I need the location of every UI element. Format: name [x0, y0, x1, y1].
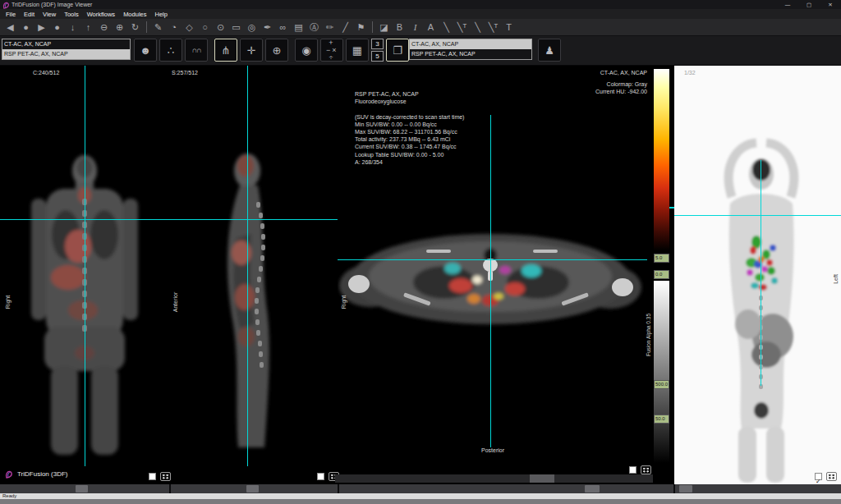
- close-button[interactable]: ✕: [820, 0, 841, 9]
- axial-scrollbar-thumb[interactable]: [530, 474, 554, 483]
- series-option-pet[interactable]: RSP PET-AC, AX, NCAP: [2, 49, 130, 59]
- italic-icon[interactable]: I: [407, 20, 423, 34]
- menu-modules[interactable]: Modules: [119, 11, 150, 18]
- record-icon[interactable]: ●: [49, 20, 65, 34]
- coronal-crosshair-horizontal[interactable]: [0, 219, 169, 220]
- arrow-up-icon[interactable]: ↑: [80, 20, 96, 34]
- menu-file[interactable]: File: [2, 11, 20, 18]
- menu-view[interactable]: View: [39, 11, 60, 18]
- menu-help[interactable]: Help: [150, 11, 171, 18]
- rotate-3d-button[interactable]: ⋔: [214, 39, 237, 62]
- series-option-ct[interactable]: CT-AC, AX, NCAP: [2, 39, 130, 49]
- series-option-ct[interactable]: CT-AC, AX, NCAP: [410, 39, 531, 49]
- annotation-line-icon[interactable]: ╲: [439, 20, 454, 34]
- axial-crosshair-horizontal[interactable]: [338, 259, 647, 260]
- cylinder-icon[interactable]: ▤: [291, 20, 306, 34]
- annotation-line-text-icon[interactable]: ╲ᵀ: [454, 20, 470, 34]
- segment-spheres-button[interactable]: ∴: [159, 39, 182, 62]
- zoom-out-icon[interactable]: ⊖: [96, 20, 112, 34]
- ct-colorbar[interactable]: [654, 281, 669, 463]
- axial-scrollbar[interactable]: [335, 474, 653, 483]
- menu-edit[interactable]: Edit: [20, 11, 39, 18]
- series-list-right[interactable]: CT-AC, AX, NCAPRSP PET-AC, AX, NCAP: [409, 39, 532, 60]
- ct-colorbar-min-field[interactable]: 50.0: [654, 415, 669, 424]
- patient-info-button[interactable]: ♟: [538, 39, 561, 62]
- axial-crosshair-vertical[interactable]: [490, 115, 491, 447]
- sagittal-crosshair-vertical[interactable]: [247, 66, 248, 466]
- draw-polygon-icon[interactable]: ◇: [182, 20, 197, 34]
- reset-view-icon[interactable]: ↻: [127, 20, 143, 34]
- panel-checkbox-mip[interactable]: [815, 473, 822, 480]
- bold-icon[interactable]: B: [392, 20, 407, 34]
- line-icon[interactable]: ╱: [338, 20, 353, 34]
- infinity-icon[interactable]: ∞: [275, 20, 291, 34]
- panel-checkbox-sagittal[interactable]: [317, 473, 324, 480]
- mip-frame-label: 1/32: [684, 69, 696, 76]
- window-level-button[interactable]: ◉: [295, 39, 318, 62]
- sagittal-scan-image[interactable]: [169, 66, 338, 468]
- mip-frame-slider[interactable]: [673, 484, 841, 493]
- coronal-crosshair-vertical[interactable]: [85, 66, 85, 466]
- pet-colorbar-max-field[interactable]: 5.0: [654, 254, 669, 263]
- series-list-left[interactable]: CT-AC, AX, NCAPRSP PET-AC, AX, NCAP: [2, 39, 131, 60]
- paint-bucket-icon[interactable]: ◪: [376, 20, 392, 34]
- brand-logo-icon: [5, 470, 13, 479]
- draw-ellipse-icon[interactable]: ⊙: [213, 20, 228, 34]
- draw-pie-icon[interactable]: ◔: [166, 20, 182, 34]
- divider: [146, 21, 147, 33]
- draw-sphere-icon[interactable]: ◎: [244, 20, 260, 34]
- layout-grid-button[interactable]: ▦: [346, 39, 369, 62]
- layout-cols-field[interactable]: 5: [371, 51, 384, 62]
- minimize-button[interactable]: —: [777, 0, 798, 9]
- annotation-arrow-icon[interactable]: ╲: [470, 20, 485, 34]
- sagittal-orientation-label: Anterior: [171, 261, 179, 343]
- ct-colorbar-max-field[interactable]: 500.0: [654, 380, 669, 389]
- zoom-tool-button[interactable]: ⊕: [265, 39, 288, 62]
- dropper-icon[interactable]: ✒: [260, 20, 275, 34]
- layout-rows-field[interactable]: 3: [371, 39, 384, 49]
- annotation-arrow-text-icon[interactable]: ╲ᵀ: [485, 20, 501, 34]
- flag-icon[interactable]: ⚑: [353, 20, 369, 34]
- report-button[interactable]: ❐: [386, 39, 409, 62]
- expand-panel-button-axial[interactable]: [641, 465, 651, 474]
- zoom-in-icon[interactable]: ⊕: [112, 20, 127, 34]
- seek-backward-icon[interactable]: ◀: [2, 20, 18, 34]
- statusbar-brand: TriDFusion (3DF): [2, 470, 67, 479]
- pet-colorbar-min-field[interactable]: 0.0: [654, 270, 669, 279]
- sagittal-crosshair-horizontal[interactable]: [169, 219, 338, 220]
- coronal-slice-slider[interactable]: [0, 484, 169, 493]
- font-icon[interactable]: A: [423, 20, 439, 34]
- play-icon[interactable]: ▶: [34, 20, 49, 34]
- menu-tools[interactable]: Tools: [60, 11, 83, 18]
- panel-checkbox-coronal[interactable]: [149, 473, 156, 480]
- axial-slice-slider-thumb[interactable]: [585, 485, 600, 493]
- mip-crosshair-vertical[interactable]: [761, 160, 761, 386]
- arrow-down-icon[interactable]: ↓: [65, 20, 80, 34]
- pet-colorbar[interactable]: [654, 69, 669, 254]
- stop-icon[interactable]: ●: [18, 20, 34, 34]
- divider: [372, 21, 373, 33]
- draw-freehand-icon[interactable]: ✎: [150, 20, 166, 34]
- sagittal-slice-slider[interactable]: [169, 484, 338, 493]
- pan-button[interactable]: ✛: [240, 39, 263, 62]
- series-option-pet[interactable]: RSP PET-AC, AX, NCAP: [410, 49, 531, 59]
- segment-head-button[interactable]: ☻: [134, 39, 157, 62]
- maximize-button[interactable]: ▢: [798, 0, 820, 9]
- panel-checkbox-axial[interactable]: [629, 466, 636, 474]
- text-tool-icon[interactable]: T: [501, 20, 517, 34]
- brush-icon[interactable]: ✏: [322, 20, 338, 34]
- mip-scan-image[interactable]: [674, 66, 841, 484]
- draw-rectangle-icon[interactable]: ▭: [228, 20, 244, 34]
- erase-roi-icon[interactable]: Ⓐ: [306, 20, 322, 34]
- coronal-slice-slider-thumb[interactable]: [76, 485, 88, 493]
- menu-workflows[interactable]: Workflows: [83, 11, 119, 18]
- sagittal-slice-slider-thumb[interactable]: [246, 485, 259, 493]
- draw-circle-icon[interactable]: ○: [197, 20, 213, 34]
- segment-lungs-button[interactable]: ∩∩: [185, 39, 208, 62]
- math-operations-button[interactable]: +−×÷: [320, 39, 343, 62]
- mip-crosshair-horizontal[interactable]: [674, 215, 841, 216]
- expand-panel-button-coronal[interactable]: [160, 472, 171, 481]
- expand-panel-button-mip[interactable]: [826, 472, 837, 481]
- mip-frame-slider-thumb[interactable]: [679, 485, 692, 493]
- axial-slice-slider[interactable]: [338, 484, 673, 493]
